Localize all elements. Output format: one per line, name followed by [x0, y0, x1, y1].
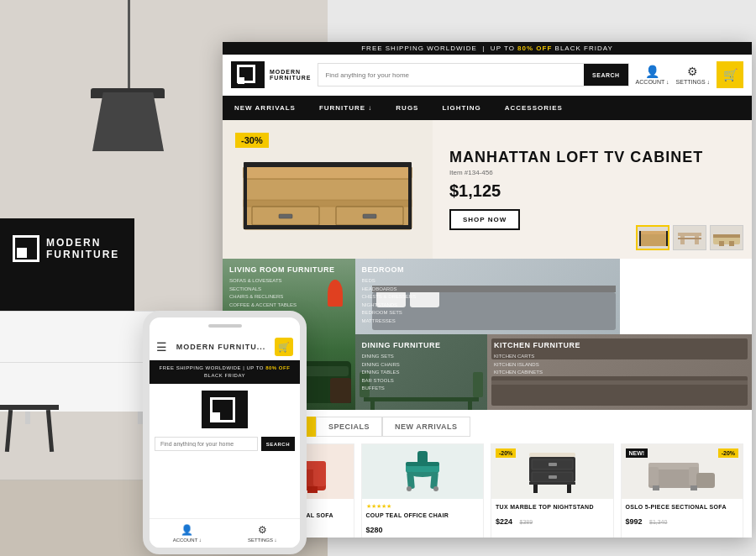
product-name-4: OSLO 5-PIECE SECTIONAL SOFA [626, 503, 739, 511]
category-kitchen[interactable]: Kitchen Furniture KITCHEN CARTS KITCHEN … [487, 334, 752, 410]
product-badge-new-4: NEW! [626, 448, 648, 458]
link-mattresses[interactable]: MATTRESSES [362, 317, 417, 326]
svg-point-34 [407, 486, 412, 491]
site-header: FREE SHIPPING WORLDWIDE | UP TO 80% OFF … [223, 42, 752, 96]
site-search-input[interactable] [318, 64, 584, 86]
hero-section: -30% [223, 120, 752, 259]
site-nav-row: MODERN FURNITURE SEARCH 👤 ACCOUNT ↓ ⚙ SE… [223, 55, 752, 95]
phone-search-input[interactable] [155, 437, 258, 451]
hero-price: $1,125 [449, 181, 735, 201]
stool [0, 405, 59, 472]
hero-thumb-1[interactable] [636, 225, 669, 250]
account-menu[interactable]: 👤 ACCOUNT ↓ [636, 65, 669, 85]
settings-label: SETTINGS ↓ [676, 79, 710, 85]
svg-rect-37 [529, 453, 575, 457]
site-main-nav: NEW ARRIVALS FURNITURE ↓ RUGS LIGHTING A… [223, 96, 752, 120]
tab-new-arrivals[interactable]: NEW ARRIVALS [382, 417, 470, 437]
svg-rect-16 [680, 236, 685, 244]
phone-account-item[interactable]: 👤 ACCOUNT ↓ [150, 524, 225, 543]
product-name-3: TUX MARBLE TOP NIGHTSTAND [496, 503, 609, 511]
link-chairs[interactable]: CHAIRS & RECLINERS [229, 293, 297, 302]
link-beds[interactable]: BEDS [362, 277, 417, 286]
link-sofas[interactable]: SOFAS & LOVESEATS [229, 277, 297, 286]
link-bar-stools[interactable]: BAR STOOLS [362, 377, 400, 386]
settings-menu[interactable]: ⚙ SETTINGS ↓ [676, 65, 710, 85]
settings-icon: ⚙ [258, 524, 267, 536]
svg-rect-42 [549, 475, 557, 479]
phone-logo-area [150, 384, 300, 432]
hero-thumb-3[interactable] [710, 225, 743, 250]
tab-specials[interactable]: SPECIALS [316, 417, 382, 437]
phone-search-area: SEARCH [150, 432, 300, 456]
product-old-price-4: $1,340 [649, 519, 667, 525]
nav-furniture[interactable]: FURNITURE ↓ [307, 96, 384, 120]
category-kitchen-title: Kitchen Furniture [494, 341, 580, 351]
phone-logo-symbol [210, 397, 239, 422]
category-dining[interactable]: Dining Furniture DINING SETS DINING CHAI… [355, 334, 488, 410]
link-kitchen-cabinets[interactable]: KITCHEN CABINETS [494, 369, 543, 377]
svg-rect-26 [313, 465, 326, 486]
svg-rect-13 [639, 231, 641, 246]
phone-footer-nav: 👤 ACCOUNT ↓ ⚙ SETTINGS ↓ [150, 518, 300, 548]
product-info-4: OSLO 5-PIECE SECTIONAL SOFA $992 $1,340 [622, 499, 743, 532]
product-price-value-2: $280 [366, 526, 383, 534]
category-dining-title: Dining Furniture [362, 341, 441, 351]
product-price-value-3: $224 [496, 517, 512, 526]
phone-cart-button[interactable]: 🛒 [275, 338, 293, 356]
phone-search-button[interactable]: SEARCH [261, 437, 295, 451]
link-headboards[interactable]: HEADBOARDS [362, 286, 417, 294]
svg-rect-2 [244, 200, 412, 207]
hero-title: MANHATTAN LOFT TV CABINET [449, 149, 735, 167]
category-dining-links: DINING SETS DINING CHAIRS DINING TABLES … [362, 353, 400, 393]
svg-rect-14 [666, 231, 668, 246]
hero-thumb-2[interactable] [673, 225, 706, 250]
nav-accessories[interactable]: ACCESSORIES [493, 96, 575, 120]
svg-rect-15 [678, 233, 701, 236]
phone-speaker [208, 324, 242, 328]
product-price-value-4: $992 [626, 517, 643, 526]
svg-rect-52 [690, 485, 697, 490]
svg-rect-9 [244, 162, 412, 167]
lamp-shade [92, 92, 164, 151]
account-icon: 👤 [181, 524, 193, 536]
svg-rect-12 [639, 231, 668, 234]
product-card-2[interactable]: ★★★★★ COUP TEAL OFFICE CHAIR $280 [361, 443, 485, 538]
nav-new-arrivals[interactable]: NEW ARRIVALS [223, 96, 307, 120]
product-badge-discount-4: -20% [718, 448, 738, 458]
site-search-button[interactable]: SEARCH [584, 64, 628, 86]
shop-now-button[interactable]: SHOP NOW [449, 209, 520, 230]
product-card-3[interactable]: -20% TUX MARBLE TOP [491, 443, 614, 538]
link-coffee-tables[interactable]: COFFEE & ACCENT TABLES [229, 302, 297, 310]
svg-rect-45 [567, 485, 571, 493]
category-bedroom[interactable]: Bedroom BEDS HEADBOARDS CHESTS & DRESSER… [355, 259, 620, 334]
hamburger-icon[interactable]: ☰ [156, 340, 167, 354]
link-nightstands[interactable]: NIGHTSTANDS [362, 302, 417, 310]
svg-rect-8 [408, 166, 412, 229]
svg-rect-4 [279, 214, 292, 218]
phone-settings-label: SETTINGS ↓ [248, 538, 277, 543]
svg-rect-28 [307, 486, 318, 493]
link-sectionals[interactable]: SECTIONALS [229, 286, 297, 294]
link-chests[interactable]: CHESTS & DRESSERS [362, 293, 417, 302]
link-kitchen-carts[interactable]: KITCHEN CARTS [494, 353, 543, 361]
dining-table-top [364, 397, 480, 401]
link-dining-tables[interactable]: DINING TABLES [362, 369, 400, 377]
sofa-svg-4 [644, 452, 720, 492]
cart-button[interactable]: 🛒 [717, 61, 743, 88]
product-name-2: COUP TEAL OFFICE CHAIR [366, 511, 480, 519]
product-old-price-3: $389 [519, 519, 533, 525]
product-card-4[interactable]: NEW! -20% OSLO 5-PIECE SECTIONAL SOFA [621, 443, 744, 538]
phone-settings-item[interactable]: ⚙ SETTINGS ↓ [225, 524, 301, 543]
link-kitchen-islands[interactable]: KITCHEN ISLANDS [494, 361, 543, 370]
link-dining-sets[interactable]: DINING SETS [362, 353, 400, 361]
phone-banner: FREE SHIPPING WORLDWIDE | UP TO 80% OFF … [150, 360, 300, 384]
nav-rugs[interactable]: RUGS [384, 96, 430, 120]
link-buffets[interactable]: BUFFETS [362, 385, 400, 393]
link-bedroom-sets[interactable]: BEDROOM SETS [362, 309, 417, 317]
nav-lighting[interactable]: LIGHTING [430, 96, 492, 120]
chair-svg-2 [397, 447, 448, 497]
svg-rect-44 [533, 485, 538, 493]
svg-rect-18 [678, 238, 701, 239]
link-dining-chairs[interactable]: DINING CHAIRS [362, 361, 400, 370]
hero-item-number: Item #134-456 [449, 169, 735, 176]
